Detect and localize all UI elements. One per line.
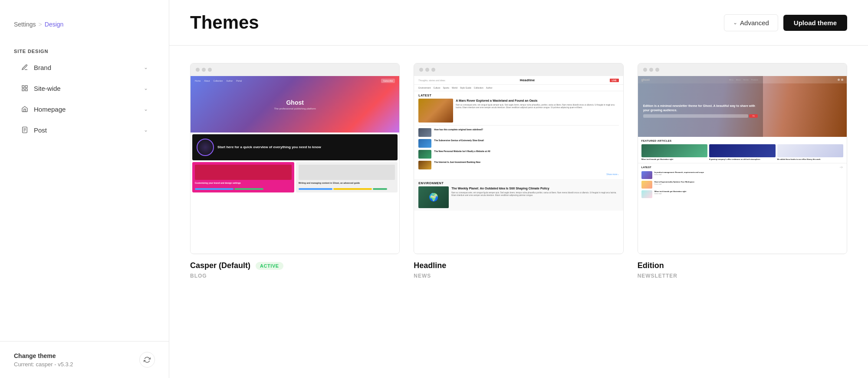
dot-9 — [655, 68, 659, 72]
themes-grid: Home About Collection Author Portal Subs… — [169, 46, 868, 296]
chevron-down-icon-4: ⌄ — [144, 127, 148, 133]
home-icon — [21, 105, 29, 113]
dot-8 — [649, 68, 653, 72]
refresh-button[interactable] — [139, 352, 155, 368]
advanced-button[interactable]: ⌄ Advanced — [724, 14, 778, 31]
sidebar-item-homepage[interactable]: Homepage ⌄ — [14, 99, 155, 119]
casper-theme-name: Casper (Default) — [190, 261, 250, 270]
edition-preview: ghost Menu About Stories Products — [638, 63, 847, 254]
dot-6 — [431, 68, 435, 72]
casper-pink-card-title: Customizing your brand and design settin… — [195, 182, 292, 185]
header-actions: ⌄ Advanced Upload theme — [724, 14, 847, 31]
svg-rect-1 — [25, 86, 27, 88]
casper-card-bottom: Casper (Default) ACTIVE BLOG — [190, 261, 400, 279]
sidebar-homepage-label: Homepage — [34, 106, 66, 113]
svg-rect-0 — [22, 86, 24, 88]
sidebar-item-site-wide[interactable]: Site-wide ⌄ — [14, 78, 155, 98]
change-theme-label: Change theme — [14, 352, 73, 359]
theme-card-casper[interactable]: Home About Collection Author Portal Subs… — [190, 63, 400, 279]
casper-active-badge: ACTIVE — [256, 262, 283, 270]
sidebar-item-brand[interactable]: Brand ⌄ — [14, 57, 155, 77]
svg-rect-2 — [22, 89, 24, 91]
sidebar-brand-label: Brand — [34, 64, 51, 71]
headline-card-bottom: Headline NEWS — [414, 261, 623, 279]
edit-icon — [21, 63, 29, 71]
theme-card-edition[interactable]: ghost Menu About Stories Products — [638, 63, 847, 279]
casper-card-overview-text: Start here for a quick overview of every… — [217, 145, 321, 149]
file-icon — [21, 126, 29, 134]
edition-card-bottom: Edition NEWSLETTER — [638, 261, 847, 279]
breadcrumb-separator: > — [39, 21, 42, 28]
svg-rect-3 — [25, 89, 27, 91]
main-content: Themes ⌄ Advanced Upload theme — [169, 0, 868, 378]
dot-4 — [419, 68, 423, 72]
headline-preview: Thoughts, stories and ideas Headline LIV… — [414, 63, 623, 254]
sidebar: Settings > Design Site design Brand ⌄ — [0, 0, 169, 378]
casper-gray-card-title: Writing and managing content in Ghost, a… — [299, 182, 395, 185]
chevron-down-icon: ⌄ — [144, 64, 148, 70]
casper-preview: Home About Collection Author Portal Subs… — [190, 63, 400, 254]
edition-theme-name: Edition — [638, 261, 664, 270]
sidebar-sitewide-label: Site-wide — [34, 85, 61, 92]
page-title: Themes — [190, 12, 259, 33]
dot-5 — [425, 68, 429, 72]
site-design-heading: Site design — [14, 49, 155, 54]
sidebar-post-label: Post — [34, 126, 47, 134]
breadcrumb: Settings > Design — [14, 21, 155, 28]
edition-theme-category: NEWSLETTER — [638, 273, 847, 279]
upload-theme-button[interactable]: Upload theme — [783, 15, 847, 31]
change-theme-section: Change theme Current: casper - v5.3.2 — [0, 341, 169, 378]
breadcrumb-settings[interactable]: Settings — [14, 21, 36, 28]
chevron-down-icon-2: ⌄ — [144, 85, 148, 91]
dot-1 — [196, 68, 200, 72]
grid-icon — [21, 84, 29, 92]
dot-3 — [208, 68, 212, 72]
sidebar-nav: Brand ⌄ Site-wide ⌄ — [14, 57, 155, 140]
sidebar-item-post[interactable]: Post ⌄ — [14, 120, 155, 140]
headline-theme-name: Headline — [414, 261, 446, 270]
chevron-down-icon-3: ⌄ — [144, 106, 148, 112]
main-header: Themes ⌄ Advanced Upload theme — [169, 0, 868, 46]
dot-7 — [643, 68, 647, 72]
current-theme-text: Current: casper - v5.3.2 — [14, 361, 73, 368]
casper-theme-category: BLOG — [190, 273, 400, 279]
chevron-down-icon-advanced: ⌄ — [733, 20, 737, 26]
casper-hero-sub: The professional publishing platform — [274, 107, 316, 110]
dot-2 — [202, 68, 206, 72]
theme-card-headline[interactable]: Thoughts, stories and ideas Headline LIV… — [414, 63, 623, 279]
headline-theme-category: NEWS — [414, 273, 623, 279]
breadcrumb-current: Design — [45, 21, 64, 28]
advanced-button-label: Advanced — [740, 19, 769, 27]
casper-hero-title: Ghost — [286, 99, 303, 106]
